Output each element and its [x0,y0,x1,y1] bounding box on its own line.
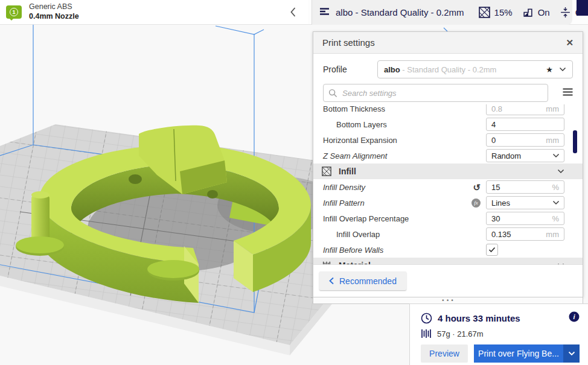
print-time-estimate: 4 hours 33 minutes [438,313,520,323]
extruder-number: 1 [10,8,18,16]
setting-value-field[interactable]: 0.135mm [486,227,564,241]
setting-label: Bottom Thickness [313,104,469,113]
checkmark-icon [488,247,496,253]
setting-checkbox[interactable] [486,244,498,256]
profile-suffix: - Standard Quality - 0.2mm [400,65,497,74]
infill-icon [479,7,490,18]
chevron-down-icon [557,169,564,174]
setting-label: Infill Pattern [313,198,469,208]
material-usage-estimate: 57g · 21.67m [437,329,484,338]
setting-row-infill-before-walls: Infill Before Walls [313,242,583,258]
setting-value-field[interactable]: 30% [486,212,564,225]
close-icon[interactable]: ✕ [566,37,574,48]
setting-value-field[interactable]: 4 [486,118,564,131]
reset-value-icon[interactable]: ↺ [473,183,481,192]
chevron-down-icon [552,153,560,158]
material-selector[interactable]: 1 Generic ABS 0.4mm Nozzle [0,0,308,24]
section-label: Infill [339,167,557,176]
setting-label: Horizontal Expansion [313,136,469,145]
section-label: Material [339,261,557,264]
profile-label: Profile [323,65,377,74]
setting-dropdown[interactable]: Random [486,149,564,162]
settings-list[interactable]: Bottom Thickness0.8mmBottom Layers4Horiz… [313,104,583,264]
setting-row-z-seam-alignment: Z Seam AlignmentRandom [313,148,583,163]
panel-header: Print settings ✕ [313,32,583,54]
setting-label: Z Seam Alignment [313,151,469,160]
print-settings-panel: Print settings ✕ Profile albo - Standard… [313,31,583,297]
filament-usage-icon [421,329,432,338]
material-name: Generic ABS [29,2,79,12]
infill-icon [322,167,331,176]
setting-value-field[interactable]: 0.8mm [486,104,564,115]
setting-label: Infill Overlap Percentage [313,214,469,223]
chevron-down-icon [559,67,566,72]
recommended-button[interactable]: Recommended [319,271,406,290]
setting-row-infill-overlap: Infill Overlap0.135mm [313,226,583,242]
section-header-material[interactable]: Material [313,258,583,264]
search-input[interactable] [341,88,543,98]
search-icon [328,89,337,98]
print-button[interactable]: Print over Flying Be... [474,344,563,363]
chevron-down-icon [557,263,564,264]
active-profile-summary: albo - Standard Quality - 0.2mm [336,7,464,17]
print-options-chevron[interactable] [563,344,580,363]
print-settings-summary-bar[interactable]: albo - Standard Quality - 0.2mm 15% On O… [312,0,572,25]
chevron-down-icon [552,200,560,205]
chevron-left-icon [329,277,334,285]
settings-menu-icon[interactable] [563,87,573,98]
setting-row-bottom-layers: Bottom Layers4 [313,116,583,132]
setting-value-field[interactable]: 0mm [486,133,564,147]
setting-label: Bottom Layers [313,120,469,129]
top-bar: 1 Generic ABS 0.4mm Nozzle albo - Standa… [0,0,588,25]
profile-dropdown[interactable]: albo - Standard Quality - 0.2mm ★ [377,60,573,78]
nozzle-size: 0.4mm Nozzle [29,12,79,22]
material-icon [322,261,331,264]
scrollbar-thumb[interactable] [573,130,577,153]
setting-row-infill-overlap-percentage: Infill Overlap Percentage30% [313,211,583,226]
setting-dropdown[interactable]: Lines [486,196,564,209]
function-icon[interactable]: fx [471,198,481,208]
extruder-pin-icon: 1 [6,5,22,19]
profile-name: albo [384,65,400,74]
support-icon [522,7,534,18]
support-status: On [538,7,550,17]
setting-row-bottom-thickness: Bottom Thickness0.8mm [313,104,583,116]
marketplace-button-edge[interactable] [577,0,588,16]
clock-icon [421,313,432,324]
section-header-infill[interactable]: Infill [313,163,583,179]
setting-row-horizontal-expansion: Horizontal Expansion0mm [313,132,583,148]
infill-percentage: 15% [494,7,513,17]
setting-label: Infill Before Walls [313,246,469,255]
recommended-label: Recommended [339,276,397,286]
search-settings-box[interactable] [323,84,548,102]
favorite-star-icon[interactable]: ★ [546,65,553,74]
preview-button[interactable]: Preview [421,344,468,363]
setting-row-infill-density: Infill Density↺15% [313,179,583,195]
panel-title: Print settings [322,37,375,48]
info-icon[interactable]: i [569,311,580,325]
adhesion-icon [560,7,571,18]
setting-value-field[interactable]: 15% [486,180,564,194]
setting-row-infill-pattern: Infill PatternfxLines [313,195,583,211]
profile-lines-icon [319,7,330,18]
setting-label: Infill Density [313,183,469,192]
setting-label: Infill Overlap [313,230,469,239]
print-job-panel: 4 hours 33 minutes i 57g · 21.67m Previe… [409,303,588,365]
collapse-chevron-icon[interactable] [290,7,296,20]
